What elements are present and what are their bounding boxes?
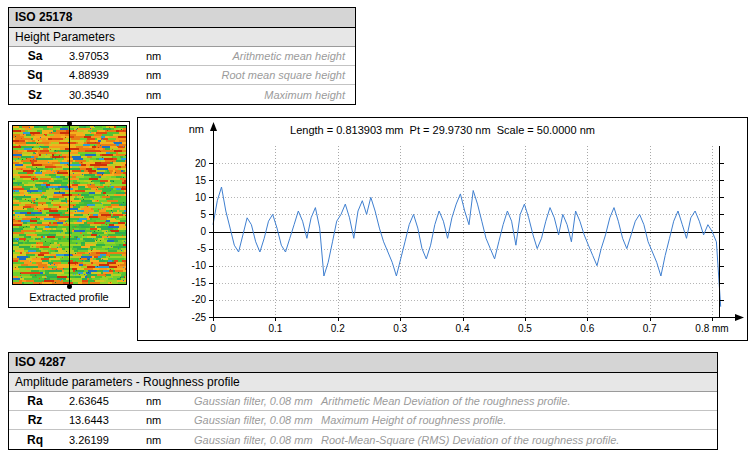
svg-text:0.5: 0.5 [518, 323, 532, 334]
svg-text:0.2: 0.2 [331, 323, 345, 334]
svg-text:-15: -15 [192, 277, 207, 288]
table-row: Sz 30.3540 nm Maximum height [9, 85, 355, 104]
param-value: 30.3540 [61, 89, 146, 101]
param-unit: nm [146, 414, 194, 426]
svg-text:20: 20 [195, 158, 207, 169]
iso4287-subtitle: Amplitude parameters - Roughness profile [9, 373, 717, 392]
param-name: Rq [9, 433, 61, 447]
iso4287-title: ISO 4287 [9, 353, 717, 373]
svg-text:0.4: 0.4 [456, 323, 470, 334]
extracted-profile-panel[interactable]: Extracted profile [8, 121, 130, 308]
param-name: Sq [9, 68, 61, 82]
param-value: 3.97053 [61, 50, 146, 62]
iso4287-table: ISO 4287 Amplitude parameters - Roughnes… [8, 352, 718, 450]
param-value: 3.26199 [61, 434, 146, 446]
table-row: Ra 2.63645 nm Gaussian filter, 0.08 mm A… [9, 392, 717, 411]
param-description: Arithmetic mean height [201, 50, 355, 62]
param-name: Rz [9, 413, 61, 427]
param-name: Sa [9, 49, 61, 63]
param-name: Sz [9, 88, 61, 102]
svg-text:0.1: 0.1 [268, 323, 282, 334]
profile-extraction-line[interactable] [69, 123, 70, 287]
extracted-profile-caption: Extracted profile [9, 291, 129, 303]
surface-image[interactable] [12, 125, 127, 285]
svg-text:10: 10 [195, 192, 207, 203]
svg-text:-5: -5 [197, 243, 206, 254]
param-unit: nm [146, 89, 201, 101]
param-description: Root-Mean-Square (RMS) Deviation of the … [321, 434, 717, 446]
param-value: 4.88939 [61, 69, 146, 81]
param-description: Maximum height [201, 89, 355, 101]
svg-text:nm: nm [189, 123, 204, 135]
svg-text:0.6: 0.6 [580, 323, 594, 334]
svg-text:0: 0 [210, 323, 216, 334]
iso25178-table: ISO 25178 Height Parameters Sa 3.97053 n… [8, 7, 356, 105]
param-unit: nm [146, 434, 194, 446]
svg-text:0.3: 0.3 [393, 323, 407, 334]
table-row: Rz 13.6443 nm Gaussian filter, 0.08 mm M… [9, 411, 717, 430]
param-filter: Gaussian filter, 0.08 mm [194, 414, 321, 426]
param-filter: Gaussian filter, 0.08 mm [194, 395, 321, 407]
table-row: Sq 4.88939 nm Root mean square height [9, 66, 355, 85]
profile-chart: 20151050-5-10-15-20-2500.10.20.30.40.50.… [138, 118, 747, 340]
svg-text:0.8 mm: 0.8 mm [695, 323, 728, 334]
svg-text:0.7: 0.7 [643, 323, 657, 334]
svg-text:-25: -25 [192, 312, 207, 323]
param-description: Root mean square height [201, 69, 355, 81]
profile-chart-panel[interactable]: Length = 0.813903 mm Pt = 29.9730 nm Sca… [137, 117, 748, 341]
param-value: 2.63645 [61, 395, 146, 407]
svg-text:15: 15 [195, 175, 207, 186]
param-description: Arithmetic Mean Deviation of the roughne… [321, 395, 717, 407]
param-unit: nm [146, 395, 194, 407]
iso25178-subtitle: Height Parameters [9, 28, 355, 47]
param-description: Maximum Height of roughness profile. [321, 414, 717, 426]
iso25178-title: ISO 25178 [9, 8, 355, 28]
table-row: Sa 3.97053 nm Arithmetic mean height [9, 47, 355, 66]
svg-text:5: 5 [200, 209, 206, 220]
svg-text:0: 0 [200, 226, 206, 237]
param-filter: Gaussian filter, 0.08 mm [194, 434, 321, 446]
table-row: Rq 3.26199 nm Gaussian filter, 0.08 mm R… [9, 430, 717, 449]
svg-text:-10: -10 [192, 260, 207, 271]
param-name: Ra [9, 394, 61, 408]
param-unit: nm [146, 50, 201, 62]
svg-text:-20: -20 [192, 294, 207, 305]
param-value: 13.6443 [61, 414, 146, 426]
param-unit: nm [146, 69, 201, 81]
